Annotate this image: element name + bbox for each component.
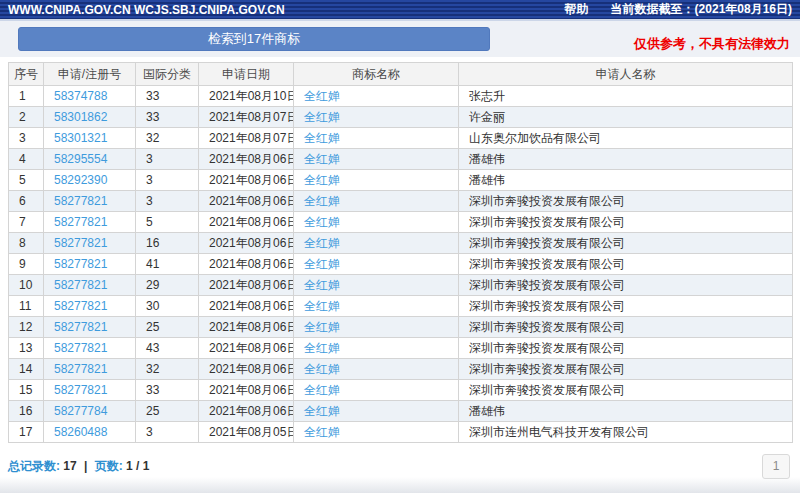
- cell-trademark-name: 全红婵: [294, 233, 459, 254]
- record-status: 总记录数: 17 | 页数: 1 / 1: [8, 458, 149, 475]
- cell-application-date: 2021年08月06日: [199, 380, 294, 401]
- cell-applicant-name: 山东奥尔加饮品有限公司: [459, 128, 793, 149]
- cell-applicant-name: 潘雄伟: [459, 401, 793, 422]
- header-intl-class: 国际分类: [136, 63, 199, 86]
- cell-trademark-name: 全红婵: [294, 254, 459, 275]
- application-number-link[interactable]: 58301862: [54, 110, 107, 124]
- cell-trademark-name: 全红婵: [294, 296, 459, 317]
- trademark-name-link[interactable]: 全红婵: [304, 320, 340, 334]
- cell-trademark-name: 全红婵: [294, 422, 459, 443]
- trademark-name-link[interactable]: 全红婵: [304, 383, 340, 397]
- cell-application-date: 2021年08月05日: [199, 422, 294, 443]
- results-table-container: 序号 申请/注册号 国际分类 申请日期 商标名称 申请人名称 1 5837478…: [8, 62, 792, 443]
- cell-seq: 13: [9, 338, 44, 359]
- cell-seq: 14: [9, 359, 44, 380]
- cell-trademark-name: 全红婵: [294, 191, 459, 212]
- cell-trademark-name: 全红婵: [294, 359, 459, 380]
- application-number-link[interactable]: 58301321: [54, 131, 107, 145]
- trademark-name-link[interactable]: 全红婵: [304, 404, 340, 418]
- cell-application-date: 2021年08月10日: [199, 86, 294, 107]
- topbar-right-group: 帮助 当前数据截至：(2021年08月16日): [565, 1, 792, 18]
- top-navy-bar: WWW.CNIPA.GOV.CN WCJS.SBJ.CNIPA.GOV.CN 帮…: [0, 0, 800, 19]
- application-number-link[interactable]: 58277784: [54, 404, 107, 418]
- application-number-link[interactable]: 58277821: [54, 257, 107, 271]
- application-number-link[interactable]: 58277821: [54, 215, 107, 229]
- application-number-link[interactable]: 58295554: [54, 152, 107, 166]
- cell-application-number: 58301862: [44, 107, 136, 128]
- cell-application-date: 2021年08月06日: [199, 254, 294, 275]
- trademark-name-link[interactable]: 全红婵: [304, 341, 340, 355]
- cell-trademark-name: 全红婵: [294, 86, 459, 107]
- cell-intl-class: 32: [136, 359, 199, 380]
- application-number-link[interactable]: 58277821: [54, 194, 107, 208]
- cell-seq: 3: [9, 128, 44, 149]
- pages-label: 页数:: [95, 459, 123, 473]
- cell-applicant-name: 深圳市奔骏投资发展有限公司: [459, 212, 793, 233]
- application-number-link[interactable]: 58374788: [54, 89, 107, 103]
- trademark-name-link[interactable]: 全红婵: [304, 299, 340, 313]
- cell-intl-class: 3: [136, 170, 199, 191]
- cell-application-date: 2021年08月06日: [199, 212, 294, 233]
- table-row: 1 58374788 33 2021年08月10日 全红婵 张志升: [9, 86, 793, 107]
- search-result-count-button[interactable]: 检索到17件商标: [18, 27, 490, 51]
- trademark-name-link[interactable]: 全红婵: [304, 362, 340, 376]
- cell-applicant-name: 张志升: [459, 86, 793, 107]
- cell-intl-class: 33: [136, 107, 199, 128]
- cell-application-date: 2021年08月07日: [199, 128, 294, 149]
- cell-intl-class: 43: [136, 338, 199, 359]
- cell-seq: 1: [9, 86, 44, 107]
- application-number-link[interactable]: 58277821: [54, 383, 107, 397]
- cell-applicant-name: 深圳市奔骏投资发展有限公司: [459, 380, 793, 401]
- trademark-name-link[interactable]: 全红婵: [304, 425, 340, 439]
- application-number-link[interactable]: 58277821: [54, 341, 107, 355]
- cell-seq: 11: [9, 296, 44, 317]
- trademark-name-link[interactable]: 全红婵: [304, 89, 340, 103]
- trademark-name-link[interactable]: 全红婵: [304, 194, 340, 208]
- cell-intl-class: 16: [136, 233, 199, 254]
- application-number-link[interactable]: 58277821: [54, 299, 107, 313]
- cell-application-number: 58277821: [44, 359, 136, 380]
- cell-seq: 12: [9, 317, 44, 338]
- trademark-name-link[interactable]: 全红婵: [304, 278, 340, 292]
- help-link[interactable]: 帮助: [565, 1, 589, 18]
- trademark-name-link[interactable]: 全红婵: [304, 173, 340, 187]
- trademark-name-link[interactable]: 全红婵: [304, 236, 340, 250]
- cell-intl-class: 3: [136, 149, 199, 170]
- status-pipe-separator: |: [80, 459, 91, 473]
- header-application-number: 申请/注册号: [44, 63, 136, 86]
- application-number-link[interactable]: 58277821: [54, 236, 107, 250]
- application-number-link[interactable]: 58277821: [54, 362, 107, 376]
- table-row: 14 58277821 32 2021年08月06日 全红婵 深圳市奔骏投资发展…: [9, 359, 793, 380]
- cell-intl-class: 32: [136, 128, 199, 149]
- trademark-name-link[interactable]: 全红婵: [304, 257, 340, 271]
- cell-applicant-name: 深圳市奔骏投资发展有限公司: [459, 233, 793, 254]
- page-1-button[interactable]: 1: [762, 454, 790, 479]
- header-applicant-name: 申请人名称: [459, 63, 793, 86]
- footer-bar: 总记录数: 17 | 页数: 1 / 1 1: [8, 454, 790, 479]
- cell-seq: 4: [9, 149, 44, 170]
- cell-trademark-name: 全红婵: [294, 380, 459, 401]
- table-row: 8 58277821 16 2021年08月06日 全红婵 深圳市奔骏投资发展有…: [9, 233, 793, 254]
- table-row: 11 58277821 30 2021年08月06日 全红婵 深圳市奔骏投资发展…: [9, 296, 793, 317]
- table-row: 13 58277821 43 2021年08月06日 全红婵 深圳市奔骏投资发展…: [9, 338, 793, 359]
- cell-intl-class: 25: [136, 401, 199, 422]
- cell-application-date: 2021年08月06日: [199, 233, 294, 254]
- cell-intl-class: 33: [136, 380, 199, 401]
- application-number-link[interactable]: 58277821: [54, 320, 107, 334]
- cell-applicant-name: 深圳市连州电气科技开发有限公司: [459, 422, 793, 443]
- total-records-value: 17: [63, 459, 76, 473]
- cell-applicant-name: 深圳市奔骏投资发展有限公司: [459, 296, 793, 317]
- trademark-name-link[interactable]: 全红婵: [304, 131, 340, 145]
- cell-trademark-name: 全红婵: [294, 275, 459, 296]
- trademark-name-link[interactable]: 全红婵: [304, 110, 340, 124]
- trademark-name-link[interactable]: 全红婵: [304, 215, 340, 229]
- application-number-link[interactable]: 58260488: [54, 425, 107, 439]
- application-number-link[interactable]: 58277821: [54, 278, 107, 292]
- cell-application-date: 2021年08月06日: [199, 149, 294, 170]
- cell-application-number: 58301321: [44, 128, 136, 149]
- application-number-link[interactable]: 58292390: [54, 173, 107, 187]
- table-row: 17 58260488 3 2021年08月05日 全红婵 深圳市连州电气科技开…: [9, 422, 793, 443]
- cell-trademark-name: 全红婵: [294, 170, 459, 191]
- cell-intl-class: 29: [136, 275, 199, 296]
- trademark-name-link[interactable]: 全红婵: [304, 152, 340, 166]
